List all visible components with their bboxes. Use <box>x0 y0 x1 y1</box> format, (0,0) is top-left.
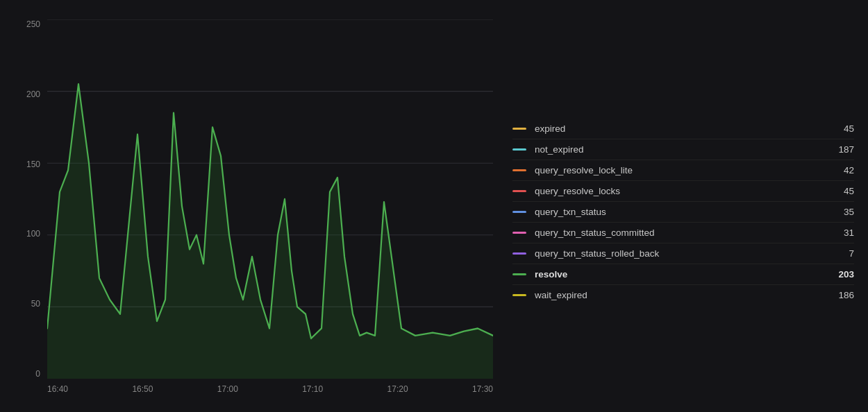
legend-item[interactable]: resolve203 <box>512 264 854 285</box>
legend-color-swatch <box>512 294 526 296</box>
y-axis-label: 100 <box>26 229 40 239</box>
legend: expired45not_expired187query_resolve_loc… <box>493 19 854 404</box>
legend-color-swatch <box>512 148 526 151</box>
legend-color-swatch <box>512 169 526 171</box>
panel-body: 250200150100500 16:4016:5017:0017:1017:2… <box>14 19 854 404</box>
legend-item-name: query_txn_status <box>535 207 826 217</box>
legend-item-value: 45 <box>826 186 854 196</box>
y-axis-label: 0 <box>35 369 40 379</box>
legend-item-value: 31 <box>826 228 854 238</box>
chart-area: 250200150100500 16:4016:5017:0017:1017:2… <box>14 19 493 404</box>
legend-item[interactable]: query_txn_status_rolled_back7 <box>512 243 854 264</box>
legend-item[interactable]: not_expired187 <box>512 139 854 160</box>
legend-item-name: query_resolve_locks <box>535 186 826 196</box>
x-axis-label: 17:20 <box>387 384 408 394</box>
legend-color-swatch <box>512 211 526 213</box>
y-axis-labels: 250200150100500 <box>14 19 44 379</box>
legend-color-swatch <box>512 190 526 192</box>
legend-item-value: 7 <box>826 248 854 259</box>
x-axis-label: 17:10 <box>302 384 323 394</box>
legend-item-value: 203 <box>826 269 854 280</box>
legend-item[interactable]: query_txn_status35 <box>512 202 854 223</box>
y-axis-label: 150 <box>26 160 40 169</box>
y-axis-label: 200 <box>26 89 40 99</box>
x-axis-label: 17:00 <box>217 384 238 394</box>
x-axis-label: 16:50 <box>132 384 153 394</box>
legend-item[interactable]: wait_expired186 <box>512 285 854 305</box>
chart-canvas-wrap <box>47 19 493 379</box>
legend-item-name: not_expired <box>535 144 826 155</box>
legend-color-swatch <box>512 273 526 275</box>
legend-item-name: query_txn_status_committed <box>535 228 826 238</box>
chart-svg <box>47 19 493 379</box>
legend-item[interactable]: query_txn_status_committed31 <box>512 223 854 243</box>
legend-item-name: query_txn_status_rolled_back <box>535 248 826 259</box>
legend-color-swatch <box>512 128 526 130</box>
legend-item-value: 45 <box>826 123 854 134</box>
y-axis-label: 50 <box>31 299 40 309</box>
legend-item[interactable]: query_resolve_lock_lite42 <box>512 160 854 181</box>
legend-item-value: 35 <box>826 207 854 217</box>
x-axis-label: 16:40 <box>47 384 68 394</box>
legend-item[interactable]: expired45 <box>512 119 854 139</box>
legend-color-swatch <box>512 232 526 234</box>
legend-item-name: resolve <box>535 269 826 280</box>
legend-item-name: query_resolve_lock_lite <box>535 165 826 175</box>
x-axis-labels: 16:4016:5017:0017:1017:2017:30 <box>47 381 493 404</box>
legend-item[interactable]: query_resolve_locks45 <box>512 181 854 202</box>
legend-item-name: expired <box>535 123 826 134</box>
x-axis-label: 17:30 <box>472 384 493 394</box>
legend-color-swatch <box>512 252 526 255</box>
legend-item-value: 186 <box>826 290 854 300</box>
panel: 250200150100500 16:4016:5017:0017:1017:2… <box>0 0 868 412</box>
legend-item-value: 187 <box>826 144 854 155</box>
legend-item-value: 42 <box>826 165 854 175</box>
legend-item-name: wait_expired <box>535 290 826 300</box>
y-axis-label: 250 <box>26 19 40 29</box>
